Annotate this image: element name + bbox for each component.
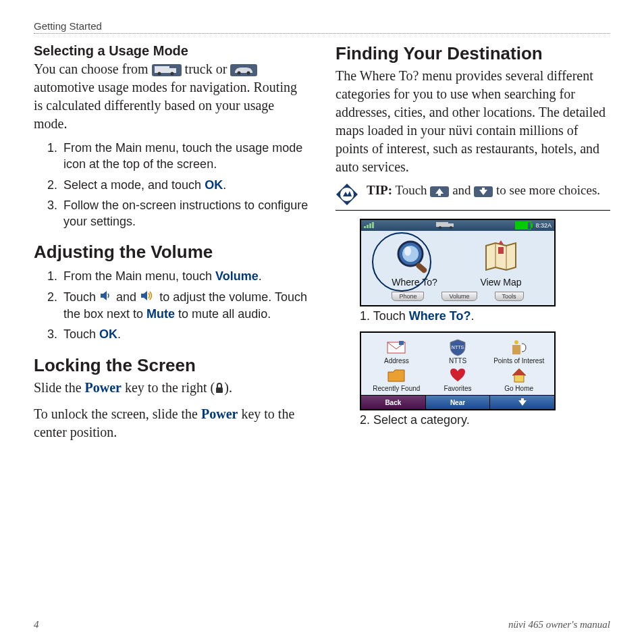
heading-lock: Locking the Screen: [34, 355, 308, 376]
volume-step-1: From the Main menu, touch Volume.: [61, 268, 308, 284]
envelope-icon: [385, 338, 407, 357]
caption-step-1: 1. Touch Where To?.: [360, 309, 610, 323]
house-icon: [508, 366, 530, 385]
text: and: [452, 183, 474, 197]
status-time: 8:32A: [535, 222, 552, 229]
keyword-power: Power: [201, 406, 238, 421]
text: and: [116, 290, 140, 304]
label: Address: [384, 357, 409, 365]
view-map-button[interactable]: View Map: [464, 238, 538, 288]
keyword-mute: Mute: [146, 307, 175, 321]
scroll-down-button[interactable]: [490, 396, 554, 409]
battery-icon: [515, 221, 531, 230]
heading-usage-mode: Selecting a Usage Mode: [34, 43, 308, 59]
text: Slide the: [34, 380, 85, 395]
car-icon: [230, 64, 257, 76]
svg-rect-9: [364, 226, 366, 228]
where-to-label: Where To?: [392, 277, 437, 288]
right-column: Finding Your Destination The Where To? m…: [336, 43, 610, 607]
text: automotive usage modes for navigation. R…: [34, 80, 297, 131]
usage-paragraph: You can choose from truck or automotive …: [34, 60, 308, 133]
truck-icon: [152, 64, 182, 76]
keyword-ok: OK: [205, 178, 223, 192]
arrow-down-icon: [474, 186, 493, 197]
cat-favorites[interactable]: Favorites: [428, 366, 488, 392]
cat-home[interactable]: Go Home: [489, 366, 549, 392]
device-screenshot-categories: Address NTTS NTTS Points of Interest: [360, 331, 556, 410]
text: to see more choices.: [496, 183, 600, 197]
cat-recent[interactable]: Recently Found: [367, 366, 427, 392]
svg-point-15: [439, 226, 441, 229]
text: key to the right (: [122, 380, 215, 395]
svg-rect-13: [436, 222, 448, 227]
svg-point-19: [404, 246, 411, 256]
near-button[interactable]: Near: [426, 396, 491, 409]
arrow-up-icon: [430, 186, 449, 197]
bottom-tabs: Phone Volume Tools: [361, 290, 554, 305]
volume-step-2: Touch and to adjust the volume. Touch th…: [61, 289, 308, 323]
heading-destination: Finding Your Destination: [336, 43, 610, 64]
svg-point-16: [450, 226, 452, 229]
signal-icon: [364, 221, 377, 230]
text: From the Main menu, touch: [63, 269, 215, 283]
running-header: Getting Started: [34, 20, 610, 34]
where-to-button[interactable]: Where To?: [377, 238, 452, 288]
text: Select a mode, and touch: [63, 178, 205, 192]
lock-icon: [215, 380, 224, 398]
page-footer: 4 nüvi 465 owner's manual: [34, 607, 610, 630]
text: You can choose from: [34, 61, 152, 76]
text: 1. Touch: [360, 309, 409, 323]
folder-icon: [385, 366, 407, 385]
svg-point-25: [514, 340, 518, 344]
tip-text: TIP: Touch and to see more choices.: [367, 183, 600, 198]
label: Points of Interest: [493, 357, 544, 365]
text: Touch: [63, 290, 99, 304]
usage-step-2: Select a mode, and touch OK.: [61, 177, 308, 193]
device-screenshot-main: 8:32A Where To?: [360, 219, 556, 306]
keyword-ok: OK: [99, 327, 117, 341]
svg-rect-0: [155, 66, 169, 73]
text: .: [117, 327, 121, 341]
tab-phone[interactable]: Phone: [392, 292, 424, 301]
tab-volume[interactable]: Volume: [441, 292, 477, 301]
back-button[interactable]: Back: [361, 396, 426, 409]
heart-icon: [447, 366, 468, 385]
cat-poi[interactable]: Points of Interest: [489, 338, 549, 365]
svg-point-2: [157, 72, 161, 76]
caption-step-2: 2. Select a category.: [360, 413, 610, 427]
svg-rect-11: [369, 223, 371, 228]
label: NTTS: [449, 357, 466, 365]
speaker-low-icon: [99, 290, 113, 306]
status-bar: 8:32A: [361, 220, 554, 231]
text: To unlock the screen, slide the: [34, 406, 201, 421]
svg-point-4: [238, 72, 241, 75]
volume-step-3: Touch OK.: [61, 326, 308, 342]
map-icon: [478, 238, 524, 275]
svg-point-5: [247, 72, 250, 75]
keyword-where-to: Where To?: [409, 309, 471, 323]
heading-volume: Adjusting the Volume: [34, 242, 308, 263]
text: Touch: [63, 327, 99, 341]
cat-ntts[interactable]: NTTS NTTS: [428, 338, 488, 365]
label: Favorites: [444, 385, 471, 392]
tab-tools[interactable]: Tools: [495, 292, 524, 301]
left-column: Selecting a Usage Mode You can choose fr…: [34, 43, 308, 607]
keyword-power: Power: [85, 380, 122, 395]
cat-address[interactable]: Address: [367, 338, 427, 365]
page-number: 4: [34, 619, 39, 630]
svg-rect-6: [216, 387, 223, 393]
keyword-volume: Volume: [215, 269, 259, 283]
usage-step-1: From the Main menu, touch the usage mode…: [61, 140, 308, 173]
tip-icon: [336, 183, 358, 206]
tip-label: TIP:: [367, 183, 392, 197]
svg-rect-22: [399, 341, 404, 345]
usage-step-3: Follow the on-screen instructions to con…: [61, 197, 308, 230]
text: to mute all audio.: [175, 307, 271, 321]
text: truck or: [185, 61, 231, 76]
text: Touch: [392, 183, 430, 197]
shield-icon: NTTS: [447, 338, 468, 357]
label: Recently Found: [373, 385, 420, 392]
arrow-down-icon: [518, 398, 527, 406]
text: ).: [224, 380, 232, 395]
volume-steps: From the Main menu, touch Volume. Touch …: [34, 268, 308, 342]
